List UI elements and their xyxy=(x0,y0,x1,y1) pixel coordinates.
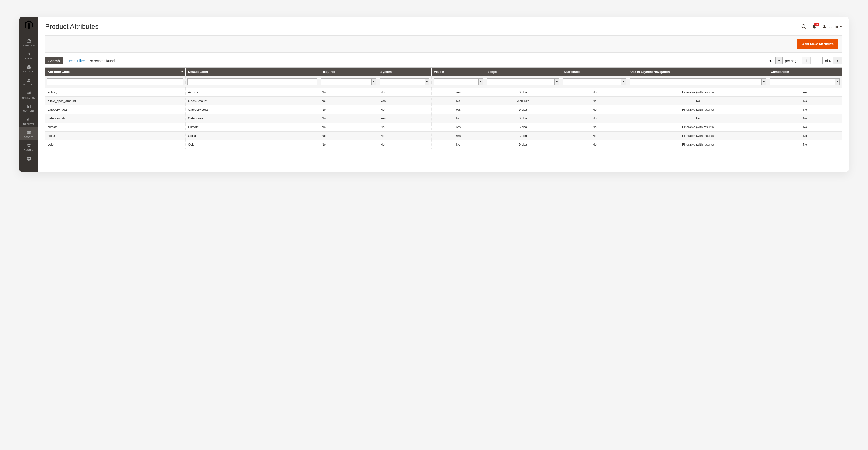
prev-page-button[interactable] xyxy=(802,57,811,64)
filter-default-label[interactable] xyxy=(187,79,317,85)
column-header-comparable[interactable]: Comparable xyxy=(768,67,842,76)
filter-required[interactable] xyxy=(321,79,376,85)
cell-searchable: No xyxy=(561,140,628,149)
filter-attribute-code[interactable] xyxy=(47,79,183,85)
cell-comparable: No xyxy=(768,114,842,123)
cell-label: Color xyxy=(186,140,319,149)
user-menu[interactable]: admin xyxy=(822,24,842,29)
cell-visible: Yes xyxy=(431,131,485,140)
notifications-icon[interactable]: 39 xyxy=(812,24,817,29)
cell-layered: Filterable (with results) xyxy=(628,88,768,97)
cell-scope: Global xyxy=(485,140,561,149)
filter-scope[interactable] xyxy=(487,79,559,85)
cell-scope: Global xyxy=(485,88,561,97)
search-button[interactable]: Search xyxy=(45,57,63,64)
cell-scope: Global xyxy=(485,106,561,114)
column-header-scope[interactable]: Scope xyxy=(485,67,561,76)
cell-layered: No xyxy=(628,97,768,106)
cell-comparable: No xyxy=(768,131,842,140)
cell-label: Collar xyxy=(186,131,319,140)
sidebar-item-marketing[interactable]: MARKETING xyxy=(20,88,38,101)
column-header-visible[interactable]: Visible xyxy=(431,67,485,76)
filter-visible[interactable] xyxy=(434,79,483,85)
table-row[interactable]: category_gearCategory GearNoNoYesGlobalN… xyxy=(45,106,842,114)
cell-searchable: No xyxy=(561,123,628,131)
sidebar-item-sales[interactable]: SALES xyxy=(20,49,38,62)
table-row[interactable]: allow_open_amountOpen AmountNoYesNoWeb S… xyxy=(45,97,842,106)
sidebar-item-dashboard[interactable]: DASHBOARD xyxy=(20,36,38,49)
cell-label: Category Gear xyxy=(186,106,319,114)
table-row[interactable]: activityActivityNoNoYesGlobalNoFilterabl… xyxy=(45,88,842,97)
gauge-icon xyxy=(26,38,31,43)
table-header-row: Attribute Code Default Label Required Sy… xyxy=(45,67,842,76)
table-row[interactable]: collarCollarNoNoYesGlobalNoFilterable (w… xyxy=(45,131,842,140)
cell-system: No xyxy=(378,88,432,97)
sidebar-item-stores[interactable]: STORES xyxy=(20,127,38,141)
column-header-layered-nav[interactable]: Use in Layered Navigation xyxy=(628,67,768,76)
sidebar-item-label: CATALOG xyxy=(24,70,34,73)
search-icon[interactable] xyxy=(801,24,806,29)
sort-desc-icon xyxy=(181,71,183,72)
total-pages-label: of 4 xyxy=(825,59,831,63)
page-size-input[interactable] xyxy=(765,57,775,64)
chevron-down-icon xyxy=(478,79,483,85)
table-row[interactable]: climateClimateNoNoYesGlobalNoFilterable … xyxy=(45,123,842,131)
sidebar-item-reports[interactable]: REPORTS xyxy=(20,114,38,127)
column-header-required[interactable]: Required xyxy=(319,67,378,76)
page-size-limiter: per page xyxy=(765,57,798,64)
cell-system: No xyxy=(378,106,432,114)
filter-comparable[interactable] xyxy=(770,79,840,85)
gear-icon xyxy=(26,143,31,148)
cell-code: activity xyxy=(45,88,186,97)
cell-label: Categories xyxy=(186,114,319,123)
cell-required: No xyxy=(319,123,378,131)
filter-searchable[interactable] xyxy=(563,79,626,85)
cell-code: category_ids xyxy=(45,114,186,123)
cell-visible: No xyxy=(431,140,485,149)
cell-code: climate xyxy=(45,123,186,131)
username: admin xyxy=(829,25,838,29)
chevron-left-icon xyxy=(805,59,807,62)
sidebar-item-system[interactable]: SYSTEM xyxy=(20,141,38,154)
column-header-default-label[interactable]: Default Label xyxy=(186,67,319,76)
column-header-system[interactable]: System xyxy=(378,67,432,76)
column-header-searchable[interactable]: Searchable xyxy=(561,67,628,76)
sidebar-item-catalog[interactable]: CATALOG xyxy=(20,62,38,75)
cell-layered: Filterable (with results) xyxy=(628,123,768,131)
user-icon xyxy=(822,24,827,29)
chevron-down-icon xyxy=(840,26,842,27)
filter-layered-nav[interactable] xyxy=(630,79,766,85)
grid-table: Attribute Code Default Label Required Sy… xyxy=(38,67,848,149)
cell-comparable: No xyxy=(768,106,842,114)
cell-system: Yes xyxy=(378,97,432,106)
page-title: Product Attributes xyxy=(45,23,99,31)
table-row[interactable]: colorColorNoNoNoGlobalNoFilterable (with… xyxy=(45,140,842,149)
cell-layered: No xyxy=(628,114,768,123)
chevron-down-icon xyxy=(371,79,376,85)
chevron-down-icon[interactable] xyxy=(775,57,782,64)
table-row[interactable]: category_idsCategoriesNoYesNoGlobalNoNoN… xyxy=(45,114,842,123)
sidebar-item-partners[interactable] xyxy=(20,154,38,164)
reset-filter-link[interactable]: Reset Filter xyxy=(68,59,85,63)
sidebar-item-label: STORES xyxy=(24,136,34,138)
column-header-attribute-code[interactable]: Attribute Code xyxy=(45,67,186,76)
cell-label: Open Amount xyxy=(186,97,319,106)
chevron-down-icon xyxy=(425,79,429,85)
next-page-button[interactable] xyxy=(833,57,842,64)
store-icon xyxy=(26,130,31,135)
cell-system: No xyxy=(378,131,432,140)
chevron-right-icon xyxy=(836,59,839,62)
cell-code: category_gear xyxy=(45,106,186,114)
sidebar-item-label: REPORTS xyxy=(23,123,34,125)
page-size-select[interactable] xyxy=(765,57,782,64)
cell-comparable: No xyxy=(768,97,842,106)
page-number-input[interactable] xyxy=(813,57,823,64)
person-icon xyxy=(26,78,31,83)
sidebar-item-customers[interactable]: CUSTOMERS xyxy=(20,75,38,88)
filter-system[interactable] xyxy=(380,79,429,85)
cell-system: Yes xyxy=(378,114,432,123)
sidebar-item-content[interactable]: CONTENT xyxy=(20,101,38,114)
add-new-attribute-button[interactable]: Add New Attribute xyxy=(797,39,838,49)
cell-required: No xyxy=(319,97,378,106)
cell-system: No xyxy=(378,123,432,131)
